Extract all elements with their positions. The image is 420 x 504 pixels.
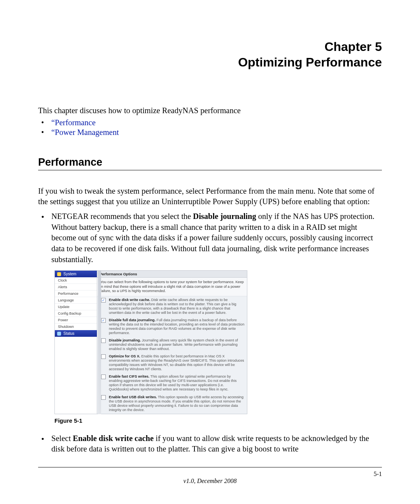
option-title: Optimize for OS X. xyxy=(109,354,140,358)
sidebar-header-status[interactable]: Status xyxy=(55,330,97,337)
page-number: 5-1 xyxy=(374,471,382,478)
option-row: ✓ Enable disk write cache. Disk write ca… xyxy=(97,296,247,317)
checkbox[interactable] xyxy=(101,354,106,359)
sidebar-item-update[interactable]: Update xyxy=(55,304,97,310)
list-item: NETGEAR recommends that you select the D… xyxy=(38,211,382,265)
figure-label: Figure 5-1 xyxy=(54,417,382,424)
bold-term: Enable disk write cache xyxy=(73,434,154,443)
sidebar-item-performance[interactable]: Performance xyxy=(55,290,97,297)
sidebar-item-power[interactable]: Power xyxy=(55,317,97,324)
option-text: Optimize for OS X. Enable this option fo… xyxy=(109,354,245,371)
chapter-heading: Chapter 5 Optimizing Performance xyxy=(38,39,382,70)
toc-item: “Power Management xyxy=(38,128,382,137)
checkbox[interactable]: ✓ xyxy=(101,298,106,303)
chapter-title: Optimizing Performance xyxy=(38,54,382,70)
body-paragraph: If you wish to tweak the system performa… xyxy=(38,186,382,207)
toc-item: “Performance xyxy=(38,118,382,127)
option-text: Enable disk write cache. Disk write cach… xyxy=(109,298,245,315)
section-heading: Performance xyxy=(38,156,382,170)
sidebar-item-config-backup[interactable]: Config Backup xyxy=(55,310,97,317)
option-text: Disable full data journaling. Full data … xyxy=(109,318,245,335)
sidebar-item-shutdown[interactable]: Shutdown xyxy=(55,324,97,330)
option-row: ✓ Disable full data journaling. Full dat… xyxy=(97,317,247,337)
option-title: Enable fast USB disk writes. xyxy=(109,395,157,399)
text-segment: NETGEAR recommends that you select the xyxy=(51,212,193,220)
option-row: Enable fast USB disk writes. This option… xyxy=(97,394,247,414)
option-row: Disable journaling. Journaling allows ve… xyxy=(97,337,247,353)
body-list: Select Enable disk write cache if you wa… xyxy=(38,433,382,455)
checkbox[interactable] xyxy=(101,374,106,379)
system-icon xyxy=(57,272,61,276)
link-power-management[interactable]: “Power Management xyxy=(51,128,119,136)
toc-list: “Performance “Power Management xyxy=(38,118,382,137)
panel-title: Performance Options xyxy=(97,271,247,278)
checkbox[interactable]: ✓ xyxy=(101,318,106,323)
intro-paragraph: This chapter discuses how to optimize Re… xyxy=(38,105,382,117)
divider xyxy=(98,270,101,414)
option-row: Enable fast CIFS writes. This option all… xyxy=(97,373,247,393)
panel-note: You can select from the following option… xyxy=(97,278,247,296)
status-icon xyxy=(57,332,61,336)
sidebar: System Clock Alerts Performance Language… xyxy=(54,270,97,414)
sidebar-item-clock[interactable]: Clock xyxy=(55,277,97,284)
option-title: Disable journaling. xyxy=(109,338,141,342)
option-title: Enable disk write cache. xyxy=(109,298,150,302)
chapter-label: Chapter 5 xyxy=(38,39,382,54)
content-panel: Performance Options You can select from … xyxy=(97,270,247,414)
option-text: Disable journaling. Journaling allows ve… xyxy=(109,338,245,351)
option-title: Enable fast CIFS writes. xyxy=(109,374,149,378)
checkbox[interactable] xyxy=(101,338,106,343)
doc-version: v1.0, December 2008 xyxy=(184,478,237,485)
body-list: NETGEAR recommends that you select the D… xyxy=(38,211,382,265)
option-title: Disable full data journaling. xyxy=(109,318,156,322)
option-row: Optimize for OS X. Enable this option fo… xyxy=(97,353,247,373)
embedded-screenshot: System Clock Alerts Performance Language… xyxy=(54,270,247,414)
list-item: Select Enable disk write cache if you wa… xyxy=(38,433,382,455)
sidebar-item-alerts[interactable]: Alerts xyxy=(55,284,97,290)
sidebar-item-language[interactable]: Language xyxy=(55,297,97,304)
option-text: Enable fast CIFS writes. This option all… xyxy=(109,374,245,392)
option-text: Enable fast USB disk writes. This option… xyxy=(109,395,245,412)
checkbox[interactable] xyxy=(101,395,106,400)
sidebar-header-label: Status xyxy=(63,331,74,336)
page-footer: 5-1 v1.0, December 2008 xyxy=(38,467,382,485)
text-segment: Select xyxy=(51,434,73,443)
sidebar-header-label: System xyxy=(63,272,76,276)
link-performance[interactable]: “Performance xyxy=(51,118,96,127)
bold-term: Disable journaling xyxy=(193,212,256,220)
sidebar-header-system[interactable]: System xyxy=(55,271,97,277)
document-page: Chapter 5 Optimizing Performance This ch… xyxy=(0,0,420,504)
